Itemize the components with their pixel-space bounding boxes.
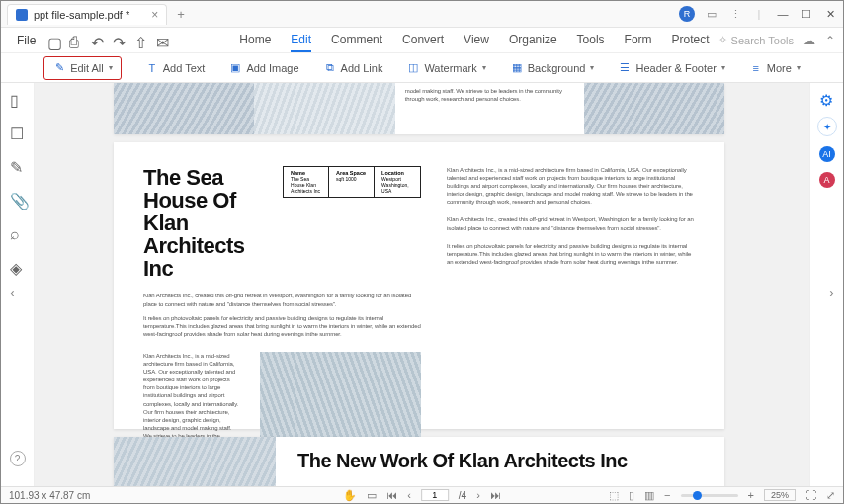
page[interactable]: The Sea House Of Klan Architects Inc Nam…	[114, 142, 724, 429]
caret-icon: ▾	[109, 63, 113, 72]
body-text: It relies on photovoltaic panels for ele…	[447, 242, 695, 266]
continuous-icon[interactable]: ▥	[644, 489, 654, 502]
search-tools[interactable]: ✧ Search Tools	[718, 34, 794, 46]
more-icon: ≡	[749, 61, 763, 75]
tab-comment[interactable]: Comment	[331, 29, 382, 52]
background-icon: ▦	[510, 61, 524, 75]
zoom-out-icon[interactable]: −	[664, 489, 670, 501]
main-tabs: Home Edit Comment Convert View Organize …	[239, 29, 709, 52]
cursor-coords: 101.93 x 47.87 cm	[9, 490, 90, 501]
pencil-icon: ✎	[52, 61, 66, 75]
link-icon: ⧉	[323, 61, 337, 75]
building-image	[114, 437, 276, 486]
fit-page-icon[interactable]: ⛶	[805, 489, 816, 501]
fit-width-icon[interactable]: ⬚	[609, 489, 619, 502]
prev-page-arrow[interactable]: ‹	[10, 285, 15, 300]
tab-form[interactable]: Form	[625, 29, 652, 52]
ai-icon[interactable]: AI	[819, 146, 835, 162]
page-fragment-top: model making staff. We strieve to be lea…	[114, 83, 724, 134]
building-image	[254, 83, 394, 134]
header-footer-icon: ☰	[618, 61, 632, 75]
page-heading: The New Work Of Klan Architects Inc	[297, 451, 703, 471]
tab-convert[interactable]: Convert	[402, 29, 444, 52]
collapse-ribbon-icon[interactable]: ⌃	[825, 34, 835, 47]
caret-icon: ▾	[590, 63, 594, 72]
prev-page-icon[interactable]: ‹	[407, 489, 411, 501]
watermark-icon: ◫	[406, 61, 420, 75]
kebab-menu-icon[interactable]: ⋮	[728, 7, 742, 21]
next-page-icon[interactable]: ›	[476, 489, 480, 501]
fullscreen-icon[interactable]: ⤢	[826, 489, 835, 502]
text-icon: T	[145, 61, 159, 75]
more-button[interactable]: ≡ More ▾	[749, 61, 801, 75]
select-tool-icon[interactable]: ▭	[367, 489, 377, 502]
body-text: Klan Architects Inc., created this off-g…	[143, 292, 421, 307]
info-table: NameThe Sea House Klan Architects Inc Ar…	[283, 166, 421, 198]
share-icon[interactable]: ⇧	[134, 34, 148, 47]
page-fragment-bottom: The New Work Of Klan Architects Inc	[114, 437, 724, 486]
document-tab[interactable]: ppt file-sample.pdf * ×	[7, 4, 167, 25]
search-panel-icon[interactable]: ⌕	[10, 225, 26, 241]
print-icon[interactable]: ⎙	[69, 34, 83, 47]
body-text: Klan Architects Inc., is a mid-sized arc…	[447, 166, 695, 206]
close-window-button[interactable]: ✕	[823, 7, 837, 21]
close-tab-icon[interactable]: ×	[151, 8, 158, 22]
thumbnails-icon[interactable]: ▯	[10, 91, 26, 107]
translate-icon[interactable]: ✦	[817, 117, 837, 136]
next-page-arrow[interactable]: ›	[829, 285, 834, 300]
caret-icon: ▾	[797, 63, 801, 72]
zoom-in-icon[interactable]: +	[748, 489, 754, 501]
properties-icon[interactable]: ⚙	[819, 91, 835, 107]
tab-view[interactable]: View	[464, 29, 489, 52]
ai-assistant-icon[interactable]: A	[819, 172, 835, 188]
divider: |	[752, 7, 766, 21]
header-footer-button[interactable]: ☰ Header & Footer ▾	[618, 61, 724, 75]
email-icon[interactable]: ✉	[156, 34, 170, 47]
tab-home[interactable]: Home	[239, 29, 271, 52]
last-page-icon[interactable]: ⏭	[490, 489, 501, 501]
zoom-value[interactable]: 25%	[764, 489, 796, 501]
attachments-icon[interactable]: 📎	[10, 192, 26, 208]
tab-organize[interactable]: Organize	[509, 29, 557, 52]
add-text-button[interactable]: T Add Text	[145, 61, 206, 75]
help-icon[interactable]: ?	[10, 451, 26, 466]
page-heading: The Sea House Of Klan Architects Inc	[143, 166, 271, 280]
tab-edit[interactable]: Edit	[291, 29, 311, 52]
hand-tool-icon[interactable]: ✋	[343, 489, 357, 502]
minimize-button[interactable]: —	[776, 7, 790, 21]
comments-icon[interactable]: ✎	[10, 158, 26, 174]
watermark-button[interactable]: ◫ Watermark ▾	[406, 61, 485, 75]
tab-tools[interactable]: Tools	[577, 29, 605, 52]
image-icon: ▣	[228, 61, 242, 75]
bookmarks-icon[interactable]: ☐	[10, 125, 26, 140]
user-avatar[interactable]: R	[679, 6, 695, 22]
page-number-input[interactable]	[421, 489, 449, 501]
save-icon[interactable]: ▢	[47, 34, 61, 47]
magic-icon: ✧	[718, 34, 727, 46]
cloud-icon[interactable]: ☁	[803, 34, 815, 47]
maximize-button[interactable]: ☐	[800, 7, 813, 21]
file-menu[interactable]: File	[9, 31, 43, 50]
zoom-slider[interactable]	[681, 494, 738, 497]
add-link-button[interactable]: ⧉ Add Link	[323, 61, 383, 75]
tab-filename: ppt file-sample.pdf *	[34, 9, 129, 21]
edit-all-button[interactable]: ✎ Edit All ▾	[43, 56, 122, 80]
single-page-icon[interactable]: ▯	[629, 489, 634, 502]
caret-icon: ▾	[482, 63, 486, 72]
first-page-icon[interactable]: ⏮	[386, 489, 397, 501]
page-total: /4	[459, 490, 466, 501]
message-icon[interactable]: ▭	[705, 7, 718, 21]
undo-icon[interactable]: ↶	[91, 34, 105, 47]
add-image-button[interactable]: ▣ Add Image	[228, 61, 298, 75]
caret-icon: ▾	[721, 63, 725, 72]
tab-protect[interactable]: Protect	[672, 29, 710, 52]
pdf-icon	[16, 9, 28, 21]
building-image	[114, 83, 254, 134]
new-tab-button[interactable]: +	[177, 7, 185, 22]
building-image	[584, 83, 724, 134]
body-text: It relies on photovoltaic panels for ele…	[143, 314, 421, 338]
background-button[interactable]: ▦ Background ▾	[510, 61, 595, 75]
layers-icon[interactable]: ◈	[10, 259, 26, 275]
body-text: Klan Architects Inc., created this off-g…	[447, 215, 695, 231]
redo-icon[interactable]: ↷	[113, 34, 127, 47]
